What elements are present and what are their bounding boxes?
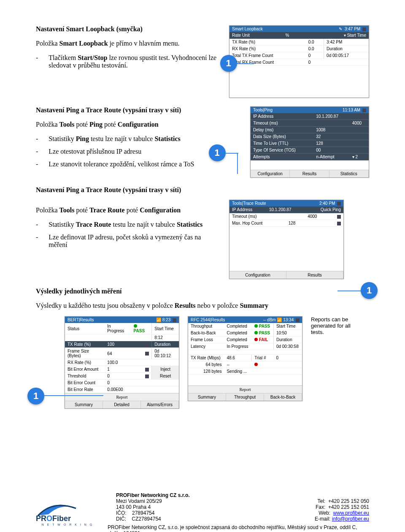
- scr-title: Tools|Trace Route: [232, 201, 266, 206]
- sec3-b2: Lze definovat IP adresu, počet skoků a v…: [49, 233, 219, 249]
- sec4-intro: Výsledky u každého testu jsou obsaženy v…: [36, 302, 369, 309]
- sec3-intro: Položka Tools poté Trace Route poté Conf…: [36, 206, 219, 214]
- scr-time: 8:23: [162, 318, 170, 322]
- footer-mail-link[interactable]: info@profiber.eu: [332, 516, 369, 522]
- tab-summary[interactable]: Summary: [188, 394, 226, 401]
- menu-icon: [145, 352, 149, 356]
- sec2-b1: Statistiky Ping testu lze najít v tabulc…: [49, 135, 219, 143]
- scr-title: Tools|Ping: [253, 108, 273, 112]
- callout-badge-1: 1: [209, 144, 226, 161]
- sec1-b1: Tlačítkem Start/Stop lze rovnou spustit …: [49, 54, 219, 69]
- scr-title: BERT|Results: [68, 318, 94, 322]
- sec3-title: Nastavení Ping a Trace Route (vypsání tr…: [36, 186, 369, 194]
- caption-reports: Reports can be generated for all tests.: [311, 316, 357, 335]
- scr-time: 13:34: [283, 318, 294, 322]
- scr-title: RFC 2544|Results: [191, 318, 225, 322]
- sec1-intro: Položka Smart Loopback je přímo v hlavní…: [36, 40, 219, 47]
- sec2-title: Nastavení Ping a Trace Route (vypsání tr…: [36, 106, 219, 114]
- sec1-title: Nastavení Smart Loopback (smyčka): [36, 25, 219, 33]
- sec4-title: Výsledky jednotlivých měření: [36, 288, 369, 295]
- report-button[interactable]: Report: [188, 385, 302, 393]
- footer-dic: CZ27894754: [132, 516, 161, 522]
- battery-icon: [296, 318, 300, 322]
- tab-throughput[interactable]: Throughput: [226, 394, 264, 401]
- tab-configuration[interactable]: Configuration: [230, 271, 286, 279]
- callout-badge-1: 1: [220, 55, 237, 72]
- footer-fax: +420 225 152 051: [328, 504, 369, 510]
- scr-time: 2:40 PM: [319, 201, 335, 206]
- menu-icon: [362, 115, 366, 119]
- footer-addr2: 143 00 Praha 4: [116, 504, 190, 510]
- tab-results[interactable]: Results: [290, 170, 329, 177]
- svg-text:PROFiber: PROFiber: [36, 514, 71, 522]
- edit-icon: ✎: [339, 27, 342, 31]
- sec2-b3: Lze stanovit tolerance zpoždění, velikos…: [49, 160, 219, 168]
- sec2-b2: Lze otestovat příslušnou IP adresu: [49, 148, 219, 155]
- scr-time: 11:13 AM: [343, 108, 360, 112]
- tab-summary[interactable]: Summary: [65, 401, 103, 408]
- tab-configuration[interactable]: Configuration: [251, 170, 290, 177]
- footer-tel: +420 225 152 050: [328, 498, 369, 504]
- battery-icon: [173, 318, 176, 322]
- fail-icon: [254, 363, 258, 366]
- screenshot-traceroute: Tools|Trace Route2:40 PM IP Address10.1.…: [229, 200, 344, 279]
- sec3-b1: Statistiky Trace Route testu lze najít v…: [49, 221, 219, 228]
- footer-ico: 27894754: [132, 510, 154, 516]
- tab-results[interactable]: Results: [286, 271, 343, 279]
- tab-statistics[interactable]: Statistics: [329, 170, 369, 177]
- sec2-intro: Položka Tools poté Ping poté Configurati…: [36, 121, 219, 128]
- profiber-logo: PROFiber N E T W O R K I N G: [36, 497, 99, 522]
- footer-company: PROFiber Networking CZ s.r.o.: [116, 492, 190, 498]
- callout-badge-1: 1: [361, 282, 378, 299]
- footer-addr1: Mezi Vodami 205/29: [116, 498, 190, 504]
- menu-icon: [145, 368, 149, 372]
- battery-icon: [362, 109, 366, 112]
- scr-title: Smart Loopback: [232, 27, 263, 31]
- tab-back-to-back[interactable]: Back-to-Back: [264, 394, 302, 401]
- screenshot-rfc2544-results: RFC 2544|Results-- dBm 📶 13:34 Throughpu…: [188, 316, 302, 401]
- scr-time: 3:47 PM: [345, 27, 360, 31]
- battery-icon: [362, 27, 366, 31]
- inject-button[interactable]: Inject: [152, 366, 179, 373]
- callout-badge-1: 1: [27, 388, 44, 404]
- tab-detailed[interactable]: Detailed: [103, 401, 141, 408]
- screenshot-smart-loopback: Smart Loopback✎ 3:47 PM Rate Unit%▾ Star…: [229, 25, 369, 98]
- battery-icon: [337, 202, 341, 206]
- tab-alarms[interactable]: Alarms/Errors: [141, 401, 179, 408]
- reset-button[interactable]: Reset: [152, 373, 179, 380]
- footer-ico-label: IČO:: [116, 510, 127, 516]
- footer-web-link[interactable]: www.profiber.eu: [333, 510, 369, 516]
- screenshot-ping: Tools|Ping11:13 AM IP Address10.1.200.87…: [250, 106, 369, 178]
- footer-dic-label: DIČ:: [116, 516, 126, 522]
- report-button[interactable]: Report: [65, 393, 179, 401]
- menu-icon: [337, 222, 341, 225]
- menu-icon: [145, 343, 149, 347]
- menu-icon: [145, 375, 149, 378]
- menu-icon: [337, 215, 341, 219]
